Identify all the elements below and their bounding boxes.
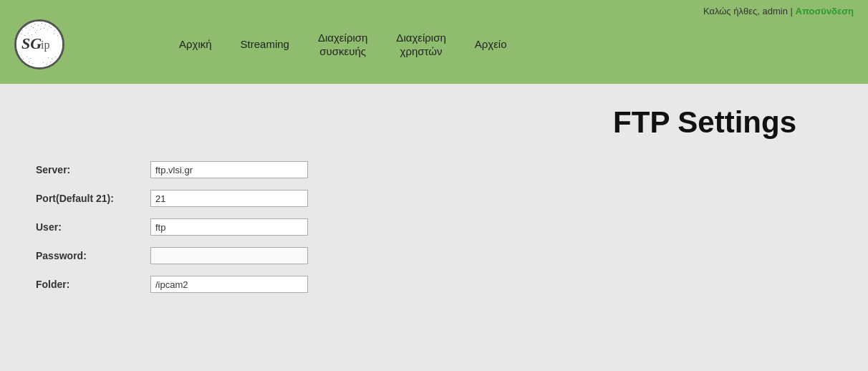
svg-rect-16 (33, 27, 34, 28)
svg-rect-6 (38, 25, 39, 26)
svg-rect-37 (55, 57, 56, 57)
password-label: Password: (36, 250, 150, 261)
main-content: FTP Settings Server: Port(Default 21): U… (0, 84, 868, 326)
svg-rect-44 (47, 64, 47, 64)
svg-rect-42 (32, 63, 33, 64)
svg-rect-46 (54, 63, 54, 64)
svg-rect-35 (48, 57, 49, 58)
server-input[interactable] (150, 161, 308, 178)
logo-svg: SG ip (16, 21, 62, 67)
welcome-text: Καλώς ήλθες, admin | (703, 6, 793, 16)
svg-rect-19 (44, 28, 44, 29)
svg-rect-43 (43, 62, 44, 63)
svg-rect-45 (50, 62, 51, 62)
user-row: User: (36, 218, 839, 236)
svg-rect-47 (57, 64, 58, 65)
nav-links: Αρχική Streaming Διαχείριση συσκευής Δια… (179, 31, 507, 59)
svg-rect-29 (54, 34, 54, 34)
svg-rect-32 (23, 59, 24, 59)
header: Καλώς ήλθες, admin | Αποσύνδεση (0, 0, 868, 84)
folder-row: Folder: (36, 276, 839, 293)
svg-rect-4 (31, 26, 32, 26)
logo-area: SG ip (14, 19, 64, 69)
nav-item-archive[interactable]: Αρχείο (475, 37, 507, 52)
svg-rect-10 (52, 24, 53, 24)
page-title: FTP Settings (29, 105, 839, 140)
svg-rect-26 (28, 33, 29, 34)
svg-rect-7 (42, 23, 42, 24)
svg-rect-5 (34, 24, 35, 24)
svg-text:SG: SG (21, 34, 42, 52)
svg-rect-20 (47, 29, 48, 30)
logout-link[interactable]: Αποσύνδεση (796, 6, 854, 16)
svg-rect-41 (29, 62, 29, 62)
port-label: Port(Default 21): (36, 193, 150, 204)
password-input[interactable] (150, 247, 308, 264)
svg-rect-3 (27, 23, 28, 24)
svg-rect-36 (52, 59, 52, 59)
server-row: Server: (36, 161, 839, 178)
svg-rect-22 (54, 30, 55, 31)
folder-input[interactable] (150, 276, 308, 293)
svg-rect-14 (26, 28, 26, 29)
form-area: Server: Port(Default 21): User: Password… (29, 161, 839, 293)
logo-inner: SG ip (16, 21, 62, 67)
svg-rect-2 (24, 25, 24, 26)
header-nav: SG ip Αρχική Streaming Διαχείριση συσκευ… (0, 19, 868, 84)
password-row: Password: (36, 247, 839, 264)
server-label: Server: (36, 164, 150, 175)
svg-rect-31 (19, 57, 20, 58)
svg-rect-38 (59, 58, 59, 59)
svg-rect-13 (22, 30, 23, 31)
svg-rect-8 (45, 24, 46, 25)
svg-rect-34 (30, 58, 31, 59)
svg-rect-9 (49, 26, 49, 26)
svg-rect-11 (56, 25, 57, 26)
svg-rect-17 (37, 30, 37, 31)
user-input[interactable] (150, 218, 308, 236)
svg-rect-30 (57, 35, 58, 36)
logo-circle: SG ip (14, 19, 64, 69)
header-top: Καλώς ήλθες, admin | Αποσύνδεση (0, 0, 868, 19)
svg-text:ip: ip (41, 39, 49, 52)
svg-rect-40 (25, 64, 26, 64)
port-row: Port(Default 21): (36, 190, 839, 207)
svg-rect-33 (26, 57, 27, 57)
nav-item-streaming[interactable]: Streaming (241, 37, 289, 52)
svg-rect-15 (29, 29, 30, 30)
svg-rect-28 (35, 32, 36, 33)
nav-item-device-management[interactable]: Διαχείριση συσκευής (318, 31, 367, 59)
svg-rect-12 (19, 29, 19, 29)
svg-rect-23 (58, 29, 59, 29)
nav-item-home[interactable]: Αρχική (179, 37, 212, 52)
svg-rect-39 (21, 62, 22, 63)
user-label: User: (36, 221, 150, 233)
svg-rect-1 (20, 24, 21, 24)
folder-label: Folder: (36, 279, 150, 290)
port-input[interactable] (150, 190, 308, 207)
svg-rect-18 (40, 29, 41, 29)
nav-item-user-management[interactable]: Διαχείριση χρηστών (396, 31, 445, 59)
svg-rect-21 (51, 27, 52, 28)
